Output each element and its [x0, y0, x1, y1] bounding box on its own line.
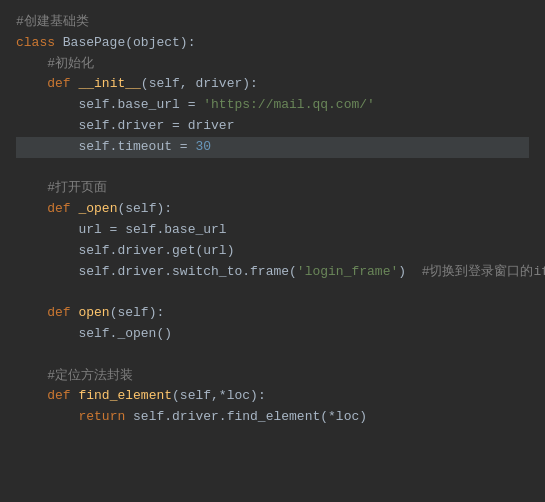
indent-4 — [16, 76, 47, 91]
keyword-def-4: def — [47, 388, 78, 403]
code-line-4: def __init__(self, driver): — [16, 74, 529, 95]
init-params: (self, driver): — [141, 76, 258, 91]
code-line-11: url = self.base_url — [16, 220, 529, 241]
func-find: find_element — [78, 388, 172, 403]
func-init: __init__ — [78, 76, 140, 91]
line-16-content: self._open() — [16, 326, 172, 341]
line-11-content: url = self.base_url — [16, 222, 227, 237]
indent-9 — [16, 180, 47, 195]
code-line-3: #初始化 — [16, 54, 529, 75]
open2-params: (self): — [110, 305, 165, 320]
keyword-return: return — [78, 409, 133, 424]
code-line-12: self.driver.get(url) — [16, 241, 529, 262]
indent-3 — [16, 56, 47, 71]
code-editor: #创建基础类 class BasePage(object): #初始化 def … — [0, 0, 545, 502]
find-params: (self,*loc): — [172, 388, 266, 403]
indent-19 — [16, 388, 47, 403]
code-line-6: self.driver = driver — [16, 116, 529, 137]
indent-18 — [16, 368, 47, 383]
indent-20 — [16, 409, 78, 424]
keyword-def-1: def — [47, 76, 78, 91]
code-line-2: class BasePage(object): — [16, 33, 529, 54]
code-line-10: def _open(self): — [16, 199, 529, 220]
code-line-14 — [16, 282, 529, 303]
code-line-16: self._open() — [16, 324, 529, 345]
line-20-content: self.driver.find_element(*loc) — [133, 409, 367, 424]
func-open: open — [78, 305, 109, 320]
code-line-13: self.driver.switch_to.frame('login_frame… — [16, 262, 529, 283]
indent-5: self.base_url = — [16, 97, 203, 112]
string-url: 'https://mail.qq.com/' — [203, 97, 375, 112]
number-30: 30 — [195, 139, 211, 154]
line-7-content: self.timeout = — [16, 139, 195, 154]
comment-13: #切换到登录窗口的iframe — [422, 264, 545, 279]
comment-9: #打开页面 — [47, 180, 107, 195]
class-name: BasePage — [63, 35, 125, 50]
line-6-content: self.driver = driver — [16, 118, 234, 133]
code-line-9: #打开页面 — [16, 178, 529, 199]
code-line-19: def find_element(self,*loc): — [16, 386, 529, 407]
code-line-18: #定位方法封装 — [16, 366, 529, 387]
string-frame: 'login_frame' — [297, 264, 398, 279]
code-line-8 — [16, 158, 529, 179]
keyword-def-3: def — [47, 305, 78, 320]
comment-18: #定位方法封装 — [47, 368, 133, 383]
indent-15 — [16, 305, 47, 320]
class-paren: (object): — [125, 35, 195, 50]
code-line-20: return self.driver.find_element(*loc) — [16, 407, 529, 428]
code-line-15: def open(self): — [16, 303, 529, 324]
code-line-17 — [16, 345, 529, 366]
func-open-private: _open — [78, 201, 117, 216]
line-12-content: self.driver.get(url) — [16, 243, 234, 258]
code-line-5: self.base_url = 'https://mail.qq.com/' — [16, 95, 529, 116]
code-line-7: self.timeout = 30 — [16, 137, 529, 158]
line-13-post: ) — [398, 264, 421, 279]
line-13-pre: self.driver.switch_to.frame( — [16, 264, 297, 279]
keyword-class: class — [16, 35, 63, 50]
comment-3: #初始化 — [47, 56, 94, 71]
indent-10 — [16, 201, 47, 216]
comment-1: #创建基础类 — [16, 14, 89, 29]
keyword-def-2: def — [47, 201, 78, 216]
code-line-1: #创建基础类 — [16, 12, 529, 33]
open-params: (self): — [117, 201, 172, 216]
